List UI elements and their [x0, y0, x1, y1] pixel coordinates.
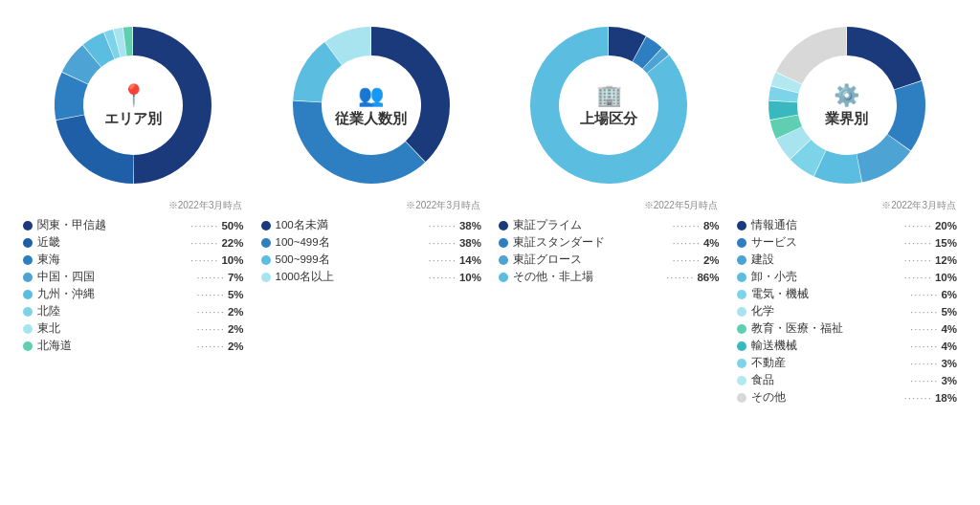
legend-separator: ·······	[904, 272, 932, 283]
legend-label: 東証プライム	[513, 218, 670, 232]
legend-dot	[737, 307, 746, 317]
legend-percent: 2%	[703, 254, 720, 266]
legend-percent: 10%	[221, 254, 243, 266]
legend-label: 1000名以上	[276, 270, 426, 284]
legend-item: 不動産·······3%	[737, 356, 958, 370]
legend-label: 近畿	[37, 235, 188, 250]
legend-percent: 22%	[221, 237, 243, 249]
legend-dot	[737, 221, 746, 231]
timestamp-area: ※2022年3月時点	[168, 199, 248, 212]
legend-percent: 38%	[459, 237, 481, 249]
legend-separator: ·······	[673, 254, 701, 266]
legend-dot	[737, 359, 746, 368]
legend-item: 中国・四国·······7%	[23, 270, 244, 284]
legend-label: その他・非上場	[513, 270, 663, 284]
legend-percent: 4%	[703, 237, 720, 249]
legend-item: 卸・小売·······10%	[737, 270, 958, 284]
legend-separator: ·······	[190, 237, 218, 249]
legend-separator: ·······	[197, 272, 225, 283]
legend-label: 情報通信	[751, 218, 902, 232]
legend-percent: 3%	[941, 358, 957, 369]
legend-item: 関東・甲信越·······50%	[23, 218, 244, 232]
legend-separator: ·······	[910, 358, 938, 369]
legend-item: 食品·······3%	[737, 373, 958, 387]
legend-percent: 8%	[703, 220, 720, 231]
legend-dot	[261, 273, 271, 282]
donut-area: 📍エリア別	[47, 19, 219, 191]
legend-separator: ·······	[190, 220, 218, 231]
legend-dot	[23, 273, 33, 282]
legend-percent: 5%	[228, 289, 244, 300]
legend-item: 電気・機械·······6%	[737, 287, 958, 301]
legend-label: 100~499名	[276, 235, 426, 250]
legend-label: 化学	[751, 304, 908, 318]
chart-section-area: 📍エリア別※2022年3月時点関東・甲信越·······50%近畿·······…	[19, 19, 248, 356]
legend-item: 近畿·······22%	[23, 235, 244, 250]
legend-label: 関東・甲信越	[37, 218, 188, 232]
legend-dot	[261, 238, 271, 248]
legend-separator: ·······	[429, 237, 457, 249]
legend-area: 関東・甲信越·······50%近畿·······22%東海·······10%…	[19, 218, 248, 356]
legend-percent: 2%	[228, 340, 244, 352]
legend-separator: ·······	[673, 237, 701, 249]
legend-dot	[737, 290, 746, 299]
legend-item: 情報通信·······20%	[737, 218, 958, 232]
legend-dot	[499, 255, 508, 265]
legend-dot	[737, 324, 746, 334]
legend-label: 教育・医療・福祉	[751, 321, 908, 336]
legend-dot	[23, 290, 33, 299]
legend-label: 東証グロース	[513, 252, 670, 267]
legend-item: その他・非上場·······86%	[499, 270, 720, 284]
legend-item: 100~499名·······38%	[261, 235, 482, 250]
legend-item: 東証グロース·······2%	[499, 252, 720, 267]
legend-label: 不動産	[751, 356, 908, 370]
legend-separator: ·······	[197, 289, 225, 300]
charts-container: 📍エリア別※2022年3月時点関東・甲信越·······50%近畿·······…	[19, 19, 961, 407]
legend-label: 電気・機械	[751, 287, 908, 301]
legend-separator: ·······	[197, 323, 225, 335]
legend-item: 輸送機械·······4%	[737, 339, 958, 353]
legend-separator: ·······	[190, 254, 218, 266]
legend-item: 建設·······12%	[737, 252, 958, 267]
legend-percent: 2%	[228, 323, 244, 335]
legend-item: 北陸·······2%	[23, 304, 244, 318]
donut-employees: 👥従業人数別	[285, 19, 457, 191]
legend-percent: 7%	[228, 272, 244, 283]
legend-percent: 18%	[935, 392, 957, 404]
legend-item: 東証プライム·······8%	[499, 218, 720, 232]
legend-percent: 4%	[941, 323, 957, 335]
legend-employees: 100名未満·······38%100~499名·······38%500~99…	[257, 218, 486, 287]
legend-dot	[23, 324, 33, 334]
legend-dot	[737, 376, 746, 385]
legend-separator: ·······	[910, 340, 938, 352]
legend-separator: ·······	[904, 220, 932, 231]
legend-percent: 50%	[221, 220, 243, 231]
legend-separator: ·······	[904, 392, 932, 404]
legend-dot	[499, 273, 508, 282]
legend-industry: 情報通信·······20%サービス·······15%建設·······12%…	[733, 218, 962, 407]
legend-separator: ·······	[429, 220, 457, 231]
legend-dot	[23, 307, 33, 317]
legend-dot	[737, 341, 746, 351]
legend-label: その他	[751, 390, 902, 405]
legend-percent: 5%	[941, 306, 957, 318]
chart-section-industry: ⚙️業界別※2022年3月時点情報通信·······20%サービス·······…	[733, 19, 962, 407]
legend-dot	[499, 238, 508, 248]
legend-dot	[737, 255, 746, 265]
donut-industry: ⚙️業界別	[761, 19, 933, 191]
timestamp-listing: ※2022年5月時点	[644, 199, 724, 212]
legend-separator: ·······	[904, 237, 932, 249]
legend-percent: 15%	[935, 237, 957, 249]
timestamp-industry: ※2022年3月時点	[881, 199, 961, 212]
legend-percent: 20%	[935, 220, 957, 231]
chart-section-listing: 🏢上場区分※2022年5月時点東証プライム·······8%東証スタンダード··…	[495, 19, 724, 287]
legend-item: その他·······18%	[737, 390, 958, 405]
legend-item: 100名未満·······38%	[261, 218, 482, 232]
legend-dot	[23, 341, 33, 351]
legend-percent: 6%	[941, 289, 957, 300]
legend-item: 九州・沖縄·······5%	[23, 287, 244, 301]
donut-listing: 🏢上場区分	[523, 19, 695, 191]
legend-item: 教育・医療・福祉·······4%	[737, 321, 958, 336]
legend-item: サービス·······15%	[737, 235, 958, 250]
legend-item: 500~999名·······14%	[261, 252, 482, 267]
